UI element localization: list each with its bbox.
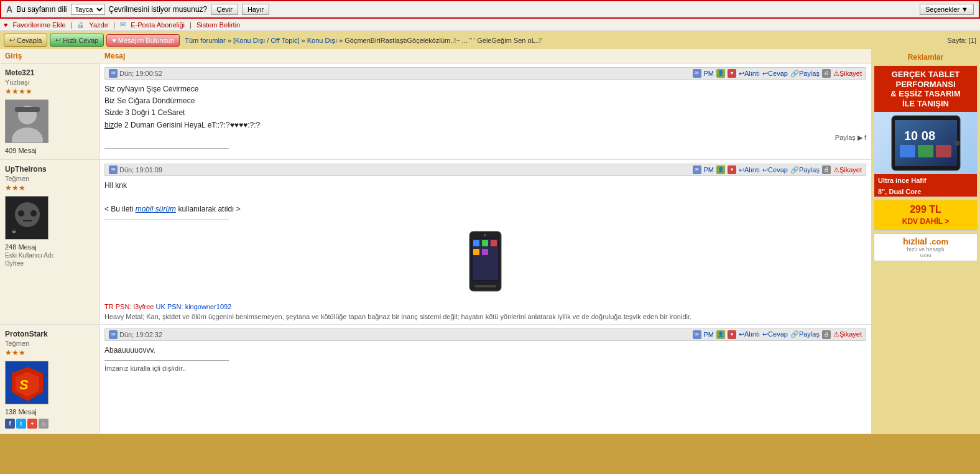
tablet-svg: 10 08	[889, 114, 963, 173]
reply-link[interactable]: ↩Cevap	[762, 166, 788, 174]
heart-icon: ♥	[112, 37, 116, 44]
ad-tablet-image: 10 08	[874, 112, 977, 174]
quote-link[interactable]: ↩Alıntı	[739, 330, 760, 338]
quick-reply-icon: ↩	[55, 36, 61, 44]
ad-hizlial: hızlıal .com hızlı ve hesaplı Gold	[874, 234, 977, 261]
no-translate-button[interactable]: Hayır	[242, 4, 269, 15]
heart-post-icon: ♥	[728, 330, 736, 339]
pm-link[interactable]: PM	[704, 331, 714, 338]
action-bar: ↩ Cevapla ↩ Hızlı Cevap ♥ Mesajım Buluns…	[0, 31, 980, 49]
ad-price-box[interactable]: 299 TL KDV DAHİL >	[874, 200, 978, 231]
reply-link[interactable]: ↩Cevap	[762, 330, 788, 338]
username: UpTheIrons	[5, 165, 94, 174]
svg-rect-17	[491, 240, 497, 246]
translate-question: Çevrilmesini istiyor musunuz?	[109, 5, 208, 14]
hizlial-brand: hızlıal	[903, 236, 927, 246]
reply-link[interactable]: ↩Cevap	[762, 70, 788, 78]
breadcrumb-all-forums[interactable]: Tüm forumlar	[185, 37, 225, 44]
table-row: UpTheIrons Teğmen ★★★ ☠ 248 Mesaj Eski	[0, 160, 871, 325]
ad-feature2: 8", Dual Core	[878, 188, 921, 195]
twitter-icon[interactable]: t	[16, 419, 26, 429]
ad-tablet-box[interactable]: GERÇEK TABLET PERFORMANSI & EŞSİZ TASARI…	[874, 65, 978, 197]
share-link[interactable]: 🔗Paylaş	[790, 330, 820, 338]
phone-image-area	[104, 224, 866, 300]
language-select[interactable]: Tayca	[71, 4, 105, 15]
post-header-bar: ✉ Dün; 19:00:52 ✉ PM 👤 ♥ ↩Alıntı ↩Cevap …	[104, 67, 866, 80]
svg-point-31	[955, 141, 959, 146]
breadcrumb-konudisi[interactable]: Konu Dışı	[307, 37, 337, 44]
msg-count: 409 Mesaj	[5, 147, 94, 154]
psn-uk-label: UK PSN:	[156, 303, 185, 310]
post-text: Siz oyNayın Şişe Cevirmece Biz Se Ciğara…	[104, 83, 866, 131]
reply-button[interactable]: ↩ Cevapla	[4, 34, 47, 47]
svg-rect-14	[474, 285, 496, 287]
hizlial-dot: .com	[930, 237, 948, 246]
options-button[interactable]: Seçenekler ▼	[920, 4, 974, 15]
svg-point-13	[484, 234, 486, 236]
post-actions: ✉ PM 👤 ♥ ↩Alıntı ↩Cevap 🔗Paylaş 🖨 ⚠Şikay…	[693, 69, 862, 78]
user-rank: Yüzbaşı	[5, 78, 94, 86]
post-header-bar: ✉ Dün; 19:02:32 ✉ PM 👤 ♥ ↩Alıntı ↩Cevap …	[104, 328, 866, 341]
svg-rect-16	[482, 240, 488, 246]
print-link[interactable]: Yazdır	[89, 21, 108, 29]
svg-rect-19	[482, 249, 488, 255]
divider	[104, 148, 229, 149]
report-link[interactable]: ⚠Şikayet	[833, 166, 862, 174]
post-date: ✉ Dün; 19:01:09	[109, 165, 162, 174]
avatar: S	[5, 361, 49, 404]
post-text: Abaauuuuovvv.	[104, 345, 866, 356]
psn-tr-val: l3yfree	[133, 303, 154, 310]
find-msg-button[interactable]: ♥ Mesajım Bulunsun	[106, 34, 180, 47]
user-stars: ★★★	[5, 348, 94, 357]
old-name-label: Eski Kullanıcı Adı:	[5, 252, 94, 259]
facebook-icon[interactable]: f	[5, 419, 15, 429]
avatar: ☠	[5, 196, 49, 239]
quick-reply-button[interactable]: ↩ Hızlı Cevap	[50, 34, 104, 47]
ad-feature-bar: Ultra ince Hafif	[874, 174, 977, 187]
plus-icon[interactable]: +	[27, 419, 37, 429]
system-link[interactable]: Sistem Belirtin	[196, 21, 240, 29]
svg-text:S: S	[19, 377, 29, 393]
post-content: ✉ Dün; 19:02:32 ✉ PM 👤 ♥ ↩Alıntı ↩Cevap …	[99, 325, 871, 434]
sig-text: Heavy Metal; Kan, şiddet ve ölüm üçgenin…	[104, 313, 866, 320]
post-content: ✉ Dün; 19:00:52 ✉ PM 👤 ♥ ↩Alıntı ↩Cevap …	[99, 63, 871, 159]
divider	[104, 360, 229, 361]
page-info: Sayfa: [1]	[948, 37, 976, 44]
breadcrumb-offtopic[interactable]: [Konu Dışı / Off Topic]	[233, 37, 300, 44]
user-stars: ★★★	[5, 184, 94, 192]
svg-rect-15	[473, 240, 479, 246]
ad-hizlial-box[interactable]: hızlıal .com hızlı ve hesaplı Gold	[874, 233, 978, 261]
quote-link[interactable]: ↩Alıntı	[739, 166, 760, 174]
pm-link[interactable]: PM	[704, 70, 714, 77]
report-link[interactable]: ⚠Şikayet	[833, 70, 862, 78]
svg-rect-29	[918, 145, 933, 157]
post-actions: ✉ PM 👤 ♥ ↩Alıntı ↩Cevap 🔗Paylaş 🖨 ⚠Şikay…	[693, 330, 862, 339]
profile-icon: ✉	[693, 69, 701, 78]
avatar-img	[6, 100, 48, 143]
share-link[interactable]: 🔗Paylaş	[790, 166, 820, 174]
main-layout: Giriş Mesaj Mete321 Yüzbaşı ★★★★ 4	[0, 49, 980, 434]
report-link[interactable]: ⚠Şikayet	[833, 330, 862, 338]
posts-header: Giriş Mesaj	[0, 49, 871, 63]
quote-link[interactable]: ↩Alıntı	[739, 70, 760, 78]
svg-text:☠: ☠	[12, 229, 16, 235]
right-sidebar: Reklamlar GERÇEK TABLET PERFORMANSI & EŞ…	[871, 49, 980, 434]
post-date: ✉ Dün; 19:02:32	[109, 330, 162, 339]
email-sub-link[interactable]: E-Posta Aboneliği	[131, 21, 185, 29]
post-text: Hll knk < Bu ileti mobil sürüm kullanıla…	[104, 180, 866, 216]
translate-button[interactable]: Çevir	[211, 4, 238, 15]
user-rank: Teğmen	[5, 175, 94, 182]
home-icon[interactable]: ⌂	[39, 419, 49, 429]
sig-area: TR PSN: l3yfree UK PSN: kingowner1092	[104, 303, 866, 310]
user-icon: 👤	[716, 165, 725, 174]
svg-rect-3	[15, 107, 40, 112]
share-link[interactable]: 🔗Paylaş	[790, 70, 820, 78]
mobile-link[interactable]: mobil sürüm	[136, 205, 176, 213]
share-line: Paylaş ▶ f	[104, 131, 866, 144]
pm-link[interactable]: PM	[704, 166, 714, 174]
ad-price: 299 TL KDV DAHİL >	[874, 200, 977, 230]
favorites-link[interactable]: Favorilerime Ekle	[13, 21, 66, 29]
hizlial-gold: Gold	[877, 253, 974, 258]
col-header-message: Mesaj	[104, 52, 866, 60]
hizlial-tagline: hızlı ve hesaplı	[877, 246, 974, 253]
